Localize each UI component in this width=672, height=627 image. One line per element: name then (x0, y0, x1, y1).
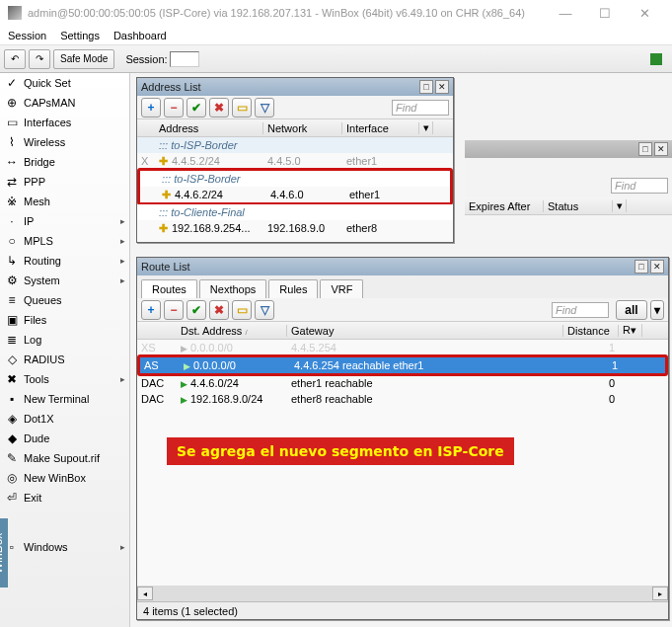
col-r[interactable]: R▾ (619, 324, 642, 337)
route-icon: ▶ (181, 395, 187, 405)
comment-button[interactable]: ▭ (232, 300, 252, 320)
col-drop-icon[interactable]: ▾ (613, 199, 627, 212)
col-expires[interactable]: Expires After (465, 200, 544, 212)
col-address[interactable]: Address (155, 122, 263, 134)
sidebar-item-new-winbox[interactable]: ◎New WinBox (0, 468, 129, 488)
highlight-box: ::: to-ISP-Border ✚4.4.6.2/24 4.4.6.0 et… (137, 168, 453, 205)
sidebar-item-windows[interactable]: ▫Windows▸ (0, 537, 129, 557)
maximize-button[interactable]: ☐ (585, 6, 625, 21)
winbox-tab[interactable]: WinBox (0, 518, 8, 588)
menu-dashboard[interactable]: Dashboard (113, 30, 167, 41)
table-row[interactable]: ::: to-ISP-Border (140, 171, 450, 187)
address-list-table: Address Network Interface ▾ ::: to-ISP-B… (137, 119, 453, 236)
partial-find-input[interactable]: Find (611, 178, 668, 194)
table-row[interactable]: DAC ▶192.168.9.0/24 ether8 reachable 0 (137, 391, 668, 407)
sidebar-item-files[interactable]: ▣Files (0, 310, 129, 330)
table-row[interactable]: ::: to-Cliente-Final (137, 204, 453, 220)
tools-icon: ✖ (4, 371, 20, 387)
close-button[interactable]: ✕ (625, 6, 664, 21)
route-list-titlebar[interactable]: Route List □ ✕ (137, 258, 668, 275)
mpls-icon: ○ (4, 233, 20, 249)
sidebar-item-label: Windows (24, 541, 68, 553)
safe-mode-button[interactable]: Safe Mode (53, 49, 114, 69)
sidebar-item-bridge[interactable]: ↔Bridge (0, 152, 129, 172)
find-input[interactable]: Find (392, 100, 449, 116)
filter-button[interactable]: ▽ (255, 300, 274, 320)
remove-button[interactable]: − (164, 98, 184, 118)
sidebar-item-dot1x[interactable]: ◈Dot1X (0, 409, 129, 429)
table-row[interactable]: AS ▶0.0.0.0/0 4.4.6.254 reachable ether1… (140, 357, 665, 373)
tab-nexthops[interactable]: Nexthops (199, 279, 266, 298)
col-status[interactable]: Status (544, 200, 613, 212)
all-filter[interactable]: all (616, 300, 647, 320)
sidebar-item-make-supout.rif[interactable]: ✎Make Supout.rif (0, 448, 129, 468)
sidebar-item-ip[interactable]: ·IP▸ (0, 211, 129, 231)
menu-settings[interactable]: Settings (60, 30, 100, 41)
address-list-inner-button[interactable]: □ (419, 80, 433, 94)
address-list-header[interactable]: Address Network Interface ▾ (137, 119, 453, 137)
col-distance[interactable]: Distance (563, 325, 619, 337)
sidebar-item-tools[interactable]: ✖Tools▸ (0, 369, 129, 389)
sidebar-item-quick-set[interactable]: ✓Quick Set (0, 73, 129, 93)
sidebar-item-exit[interactable]: ⏎Exit (0, 488, 129, 508)
tab-vrf[interactable]: VRF (320, 279, 363, 298)
disable-button[interactable]: ✖ (209, 98, 229, 118)
table-row[interactable]: ✚192.168.9.254... 192.168.9.0 ether8 (137, 220, 453, 236)
col-interface[interactable]: Interface (342, 122, 419, 134)
table-row[interactable]: ✚4.4.6.2/24 4.4.6.0 ether1 (140, 187, 450, 202)
sidebar-item-radius[interactable]: ◇RADIUS (0, 350, 129, 369)
sidebar-item-interfaces[interactable]: ▭Interfaces (0, 113, 129, 132)
all-drop-icon[interactable]: ▾ (650, 300, 664, 320)
remove-button[interactable]: − (164, 300, 184, 320)
undo-button[interactable]: ↶ (4, 49, 26, 69)
table-row[interactable]: DAC ▶4.4.6.0/24 ether1 reachable 0 (137, 375, 668, 391)
redo-button[interactable]: ↷ (29, 49, 50, 69)
sidebar-item-label: New Terminal (24, 393, 89, 405)
sidebar-item-system[interactable]: ⚙System▸ (0, 271, 129, 290)
filter-button[interactable]: ▽ (255, 98, 274, 118)
col-dst[interactable]: Dst. Address / (177, 325, 287, 337)
sidebar-item-label: Wireless (24, 136, 65, 148)
sidebar-item-log[interactable]: ≣Log (0, 330, 129, 350)
disable-button[interactable]: ✖ (209, 300, 229, 320)
tab-routes[interactable]: Routes (141, 279, 197, 298)
scroll-left-icon[interactable]: ◂ (137, 587, 153, 600)
table-row[interactable]: X ✚4.4.5.2/24 4.4.5.0 ether1 (137, 153, 453, 169)
sidebar-item-mpls[interactable]: ○MPLS▸ (0, 231, 129, 251)
address-list-close-button[interactable]: ✕ (435, 80, 449, 94)
col-gateway[interactable]: Gateway (287, 325, 563, 337)
col-network[interactable]: Network (263, 122, 342, 134)
route-list-close-button[interactable]: ✕ (650, 260, 664, 274)
scroll-right-icon[interactable]: ▸ (652, 587, 668, 600)
sidebar-item-ppp[interactable]: ⇄PPP (0, 172, 129, 192)
queues-icon: ≡ (4, 292, 20, 308)
add-button[interactable]: + (141, 300, 161, 320)
menu-session[interactable]: Session (8, 30, 46, 41)
sidebar-item-capsman[interactable]: ⊕CAPsMAN (0, 93, 129, 113)
minimize-button[interactable]: — (546, 6, 585, 21)
address-list-titlebar[interactable]: Address List □ ✕ (137, 78, 453, 96)
sidebar-item-routing[interactable]: ↳Routing▸ (0, 251, 129, 271)
col-drop-icon[interactable]: ▾ (419, 121, 433, 134)
sidebar-item-queues[interactable]: ≡Queues (0, 290, 129, 310)
table-row[interactable]: ::: to-ISP-Border (137, 137, 453, 153)
address-list-title: Address List (141, 81, 201, 93)
partial-close-button[interactable]: ✕ (654, 142, 668, 156)
h-scrollbar[interactable]: ◂ ▸ (137, 586, 668, 601)
sidebar-item-wireless[interactable]: ⌇Wireless (0, 132, 129, 152)
session-input[interactable] (170, 51, 199, 67)
enable-button[interactable]: ✔ (187, 300, 206, 320)
make-supout.rif-icon: ✎ (4, 450, 20, 466)
tab-rules[interactable]: Rules (268, 279, 318, 298)
partial-inner-button[interactable]: □ (638, 142, 652, 156)
route-list-inner-button[interactable]: □ (635, 260, 648, 274)
sidebar-item-new-terminal[interactable]: ▪New Terminal (0, 389, 129, 409)
sidebar-item-mesh[interactable]: ※Mesh (0, 192, 129, 211)
table-row[interactable]: XS ▶0.0.0.0/0 4.4.5.254 1 (137, 340, 668, 355)
add-button[interactable]: + (141, 98, 161, 118)
route-icon: ▶ (181, 379, 187, 389)
find-input[interactable]: Find (552, 302, 609, 318)
sidebar-item-dude[interactable]: ◆Dude (0, 429, 129, 448)
enable-button[interactable]: ✔ (187, 98, 206, 118)
comment-button[interactable]: ▭ (232, 98, 252, 118)
